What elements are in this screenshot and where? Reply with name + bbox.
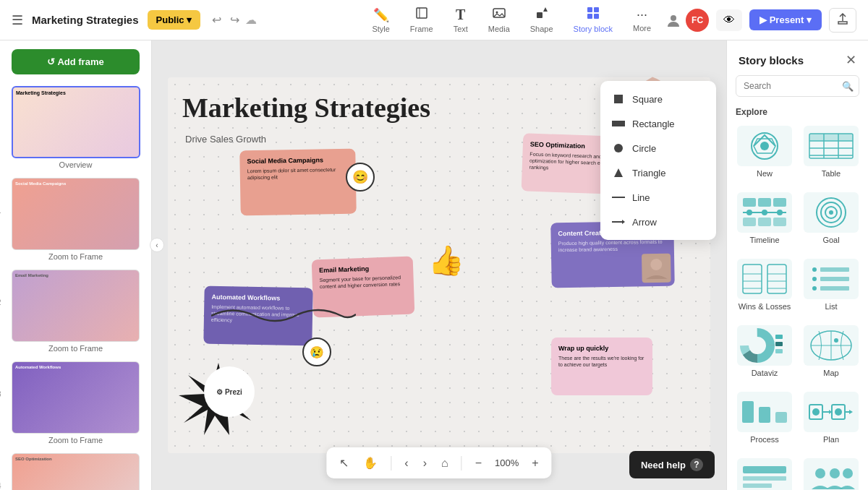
block-thumb-dataviz xyxy=(737,325,792,366)
block-label-table: Table xyxy=(822,169,841,178)
frame-icon xyxy=(415,7,428,23)
slide-2[interactable]: 2 Email Marketing Zoom to Frame xyxy=(0,267,151,358)
close-panel-button[interactable]: ✕ xyxy=(846,52,856,68)
hand-tool-button[interactable]: ✋ xyxy=(359,453,382,473)
pointer-tool-button[interactable]: ↖ xyxy=(335,453,353,473)
card-wrap-up: Wrap up quickly These are the results we… xyxy=(551,338,652,395)
public-button[interactable]: Public ▾ xyxy=(148,10,201,30)
slide-thumb-2: Email Marketing xyxy=(12,270,140,342)
block-list[interactable]: List xyxy=(801,254,861,315)
card-email-title: Email Marketing xyxy=(319,264,406,274)
block-table[interactable]: Table xyxy=(801,121,861,182)
home-button[interactable]: ⌂ xyxy=(437,454,453,473)
shape-menu-rectangle[interactable]: Rectangle xyxy=(600,111,716,136)
slide-4[interactable]: 4 SEO Optimization Zoom to Frame xyxy=(0,450,151,490)
shape-menu-triangle[interactable]: Triangle xyxy=(600,160,716,185)
circle-label: Circle xyxy=(632,143,656,154)
canvas-area[interactable]: Marketing Strategies Drive Sales Growth … xyxy=(152,40,726,490)
block-label-process: Process xyxy=(750,435,779,444)
undo-button[interactable]: ↩ xyxy=(209,10,224,30)
shape-dropdown-menu: Square Rectangle Circle Triangle xyxy=(600,81,716,240)
triangle-icon xyxy=(612,166,625,179)
redo-button[interactable]: ↪ xyxy=(227,10,242,30)
block-label-timeline: Timeline xyxy=(749,236,779,244)
svg-marker-5 xyxy=(543,7,548,12)
more-label: More xyxy=(633,24,651,33)
block-plan[interactable]: Plan xyxy=(801,387,861,448)
block-thumb-info xyxy=(737,458,792,490)
slide-label-1: Zoom to Frame xyxy=(12,252,140,261)
tool-shape[interactable]: Shape xyxy=(522,2,562,38)
panel-collapse-button[interactable]: ‹ xyxy=(150,238,164,252)
nav-prev-button[interactable]: ‹ xyxy=(400,454,412,473)
svg-marker-19 xyxy=(622,220,625,224)
block-wins-losses[interactable]: Wins & Losses xyxy=(734,254,795,315)
nav-next-button[interactable]: › xyxy=(419,454,431,473)
block-thumb-goal xyxy=(804,192,859,233)
cloud-save-icon: ☁ xyxy=(245,13,257,27)
shape-menu-line[interactable]: Line xyxy=(600,185,716,210)
slide-thumb-overview: Marketing Strategies xyxy=(12,86,140,158)
block-timeline[interactable]: Timeline xyxy=(734,188,795,249)
zoom-in-button[interactable]: + xyxy=(527,454,542,473)
slide-overview[interactable]: Marketing Strategies Overview xyxy=(0,83,151,175)
toolbar-right: FC 👁 ▶ Present ▾ xyxy=(665,8,856,33)
svg-rect-9 xyxy=(594,14,599,19)
svg-point-3 xyxy=(495,12,498,14)
search-input[interactable] xyxy=(736,75,859,97)
toolbar-left: ☰ Marketing Strategies Public ▾ ↩ ↪ ☁ xyxy=(12,10,357,30)
svg-point-56 xyxy=(812,286,817,291)
tool-storyblock[interactable]: Story block xyxy=(565,2,621,38)
share-button[interactable] xyxy=(829,8,856,33)
shape-menu-circle[interactable]: Circle xyxy=(600,136,716,160)
square-icon xyxy=(612,93,625,106)
arrow-label: Arrow xyxy=(632,217,657,228)
shape-label: Shape xyxy=(530,25,553,33)
svg-point-10 xyxy=(671,15,676,21)
add-frame-button[interactable]: ↺ Add frame xyxy=(12,49,140,74)
left-panel: ↺ Add frame Marketing Strategies Overvie… xyxy=(0,40,152,490)
slide-thumb-3: Automated Workflows xyxy=(12,361,140,434)
shape-menu-square[interactable]: Square xyxy=(600,87,716,111)
slide-1[interactable]: 1 Social Media Campaigns Zoom to Frame xyxy=(0,175,151,267)
explore-label: Explore xyxy=(727,104,868,121)
blocks-grid: New Table xyxy=(727,121,868,490)
svg-rect-32 xyxy=(773,198,786,207)
user-icon xyxy=(665,12,681,28)
more-icon: ··· xyxy=(637,7,647,22)
svg-point-22 xyxy=(760,142,769,150)
svg-rect-62 xyxy=(775,342,783,346)
tool-style[interactable]: ✏️ Style xyxy=(363,3,398,38)
block-info[interactable]: Info xyxy=(734,454,795,490)
hamburger-icon[interactable]: ☰ xyxy=(12,12,23,28)
block-team[interactable]: Team xyxy=(801,454,861,490)
tool-more[interactable]: ··· More xyxy=(624,3,660,37)
tool-text[interactable]: T Text xyxy=(445,2,477,38)
block-new[interactable]: New xyxy=(734,121,795,182)
tool-frame[interactable]: Frame xyxy=(401,2,442,38)
preview-button[interactable]: 👁 xyxy=(716,9,742,31)
rectangle-icon xyxy=(612,117,625,130)
tool-media[interactable]: Media xyxy=(480,2,519,38)
svg-point-66 xyxy=(834,338,838,343)
svg-rect-69 xyxy=(775,412,787,423)
slide-thumb-1: Social Media Campaigns xyxy=(12,178,140,250)
text-icon: T xyxy=(456,7,465,23)
block-process[interactable]: Process xyxy=(734,387,795,448)
slide-label-2: Zoom to Frame xyxy=(12,344,140,353)
svg-point-36 xyxy=(777,210,783,215)
bottom-toolbar: ↖ ✋ ‹ › ⌂ − 100% + xyxy=(326,447,551,478)
zoom-out-button[interactable]: − xyxy=(471,454,486,473)
block-thumb-process xyxy=(737,392,792,432)
block-goal[interactable]: Goal xyxy=(801,188,861,249)
need-help-button[interactable]: Need help ? xyxy=(629,451,715,478)
frame-label: Frame xyxy=(410,25,433,33)
slide-3[interactable]: 3 Automated Workflows Zoom to Frame xyxy=(0,358,151,450)
block-thumb-team xyxy=(804,458,859,490)
block-map[interactable]: Map xyxy=(801,321,861,382)
shape-menu-arrow[interactable]: Arrow xyxy=(600,210,716,234)
svg-point-15 xyxy=(614,144,623,152)
present-button[interactable]: ▶ Present ▾ xyxy=(749,9,822,30)
block-dataviz[interactable]: Dataviz xyxy=(734,321,795,382)
svg-rect-14 xyxy=(612,121,625,126)
